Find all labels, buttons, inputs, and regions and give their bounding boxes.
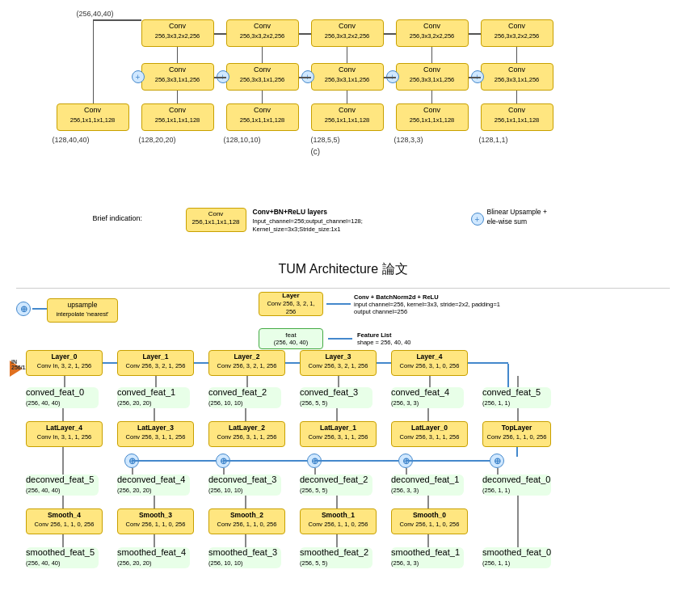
bot-row-box-5: Conv256,1x1,1x1,128	[481, 103, 553, 131]
lat-layer-0-box: LatLayer_0Conv 256, 3, 1, 1, 256	[391, 421, 468, 447]
v-arr-cf5-tl	[517, 408, 519, 421]
v-plus2-df3	[223, 468, 225, 475]
h-conn-r1-2	[384, 33, 396, 35]
top-row-box-2: Conv256,3x3,2x2,256	[311, 19, 384, 47]
v-plus4-df1	[406, 468, 407, 475]
legend-area: Layer Conv 256, 3, 2, 1, 256 Conv + Batc…	[259, 292, 516, 316]
bot-label-1: (128,20,20)	[139, 136, 176, 144]
top-row-box-4: Conv256,3x3,2x2,256	[481, 19, 553, 47]
top-label: (256,40,40)	[77, 10, 114, 18]
smooth-0-box: Smooth_0Conv 256, 1, 1, 0, 256	[391, 508, 468, 534]
v-arr-l1-cf1	[155, 376, 157, 387]
conv-feat-3: conved_feat_3(256, 5, 5)	[300, 387, 372, 408]
layer-4-box: Layer_4Conv 256, 3, 1, 0, 256	[391, 350, 468, 376]
v-conn-3	[431, 47, 433, 63]
conv-feat-2: conved_feat_2(256, 10, 10)	[208, 387, 281, 408]
deconv-feat-5: deconved_feat_5(256, 40, 40)	[26, 475, 99, 496]
smoothed-feat-0: smoothed_feat_0(256, 1, 1)	[482, 547, 551, 568]
legend-arrow-1	[326, 303, 351, 305]
conv-feat-5: conved_feat_5(256, 1, 1)	[482, 387, 551, 408]
v-conn-1	[262, 47, 263, 63]
brief-plus-label1: Blinear Upsample +	[487, 208, 547, 216]
arr-l4-cf5	[468, 362, 508, 364]
v-arr-l0-cf0	[64, 376, 65, 387]
v-df3-sm2	[245, 496, 246, 508]
h-conn-r2-2	[384, 77, 396, 78]
legend-layer-box: Layer Conv 256, 3, 2, 1, 256	[259, 292, 323, 316]
v-ll4-df5	[62, 447, 64, 475]
mid-row-box-3: Conv256,3x3,1x1,256	[396, 63, 469, 91]
mid-row-box-2: Conv256,3x3,1x1,256	[311, 63, 384, 91]
bot-label-2: (128,10,10)	[224, 136, 261, 144]
h-conn-r2-1	[299, 77, 311, 78]
v-sm4-sf5	[62, 534, 64, 547]
bot-row-box-4: Conv256,1x1,1x1,128	[396, 103, 469, 131]
c-label: (c)	[311, 147, 321, 156]
layer-3-box: Layer_3Conv 256, 3, 2, 1, 256	[300, 350, 377, 376]
upsamp-arr-2	[223, 460, 307, 462]
v-conn2-1	[177, 91, 179, 103]
v-plus3-df2	[314, 468, 316, 475]
h-conn-r2-3	[469, 77, 481, 78]
upsamp-arr-4	[406, 460, 490, 462]
arr-l2-l3	[285, 362, 300, 364]
tl-to-plus5	[516, 447, 518, 457]
v-df0-sf0	[517, 496, 519, 547]
h-conn-r1-1	[299, 33, 311, 35]
bot-label-4: (128,3,3)	[394, 136, 423, 144]
upsamp-arr-1	[132, 460, 216, 462]
v-conn2-2	[262, 91, 263, 103]
arr-l3-l4	[377, 362, 391, 364]
v-arr-l2-cf2	[246, 376, 248, 387]
h-conn-r1-0	[214, 33, 226, 35]
bot-row-box-1: Conv256,1x1,1x1,128	[141, 103, 214, 131]
h-conn-r1-3	[469, 33, 481, 35]
bot-label-0: (128,40,40)	[53, 136, 90, 144]
v-arr-l4v-cf5	[507, 364, 509, 387]
arr-l1-l2	[194, 362, 208, 364]
v-arr-cf3-ll1	[336, 408, 338, 421]
smooth-4-box: Smooth_4Conv 256, 1, 1, 0, 256	[26, 508, 103, 534]
mid-row-box-0: Conv256,3x3,1x1,256	[141, 63, 214, 91]
arr-l0-l1	[103, 362, 117, 364]
v-conn2-5	[516, 91, 518, 103]
v-conn2-3	[347, 91, 348, 103]
h-conn-r2-0	[214, 77, 226, 78]
circle-plus-0: +	[132, 70, 145, 83]
top-row-box-0: Conv256,3x3,2x2,256	[141, 19, 214, 47]
v-arr-l4-cf4	[429, 376, 431, 387]
conv-feat-4: conved_feat_4(256, 3, 3)	[391, 387, 464, 408]
bot-row-box-3: Conv256,1x1,1x1,128	[311, 103, 384, 131]
v-df4-sm3	[154, 496, 155, 508]
brief-plus-icon: +	[471, 213, 484, 226]
lat-layer-1-box: LatLayer_1Conv 256, 3, 1, 1, 256	[300, 421, 377, 447]
plus-5: ⊕	[490, 454, 504, 468]
smoothed-feat-2: smoothed_feat_2(256, 5, 5)	[300, 547, 372, 568]
v-plus5-df0	[497, 468, 499, 475]
deconv-feat-2: deconved_feat_2(256, 5, 5)	[300, 475, 372, 496]
h-top-left	[93, 19, 141, 21]
v-conn-0	[177, 47, 179, 63]
upsample-box: upsampleinterpolate 'nearest'	[47, 298, 118, 323]
mid-row-box-4: Conv256,3x3,1x1,256	[481, 63, 553, 91]
brief-box: Conv256,1x1,1x1,128	[186, 208, 246, 232]
upsample-arrow-left	[32, 308, 47, 310]
bot-row-box-0: Conv256,1x1,1x1,128	[57, 103, 129, 131]
v-arr-cf5-down	[517, 376, 519, 387]
deconv-feat-4: deconved_feat_4(256, 20, 20)	[117, 475, 190, 496]
title-1: TUM Architecture 論文	[8, 261, 678, 278]
smoothed-feat-1: smoothed_feat_1(256, 3, 3)	[391, 547, 464, 568]
lat-layer-2-box: LatLayer_2Conv 256, 3, 1, 1, 256	[208, 421, 285, 447]
v-arr-cf2-ll2	[245, 408, 246, 421]
v-conn-4	[516, 47, 518, 63]
v-arr-cf4-ll0	[427, 408, 429, 421]
v-sm3-sf4	[154, 534, 155, 547]
layer-2-box: Layer_2Conv 256, 3, 2, 1, 256	[208, 350, 285, 376]
bot-label-3: (128,5,5)	[311, 136, 340, 144]
v-sm2-sf3	[245, 534, 246, 547]
smooth-1-box: Smooth_1Conv 256, 1, 1, 0, 256	[300, 508, 377, 534]
upsamp-arr-3	[314, 460, 398, 462]
deconv-feat-0: deconved_feat_0(256, 1, 1)	[482, 475, 551, 496]
v-plus1-df4	[132, 468, 133, 475]
v-arr-cf0-ll4	[62, 408, 64, 421]
